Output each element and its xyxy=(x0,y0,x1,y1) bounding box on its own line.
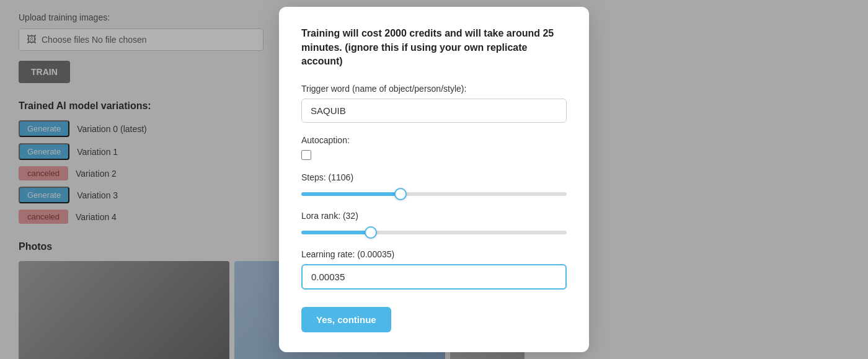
lora-rank-group: Lora rank: (32) xyxy=(301,211,567,237)
modal-header: Training will cost 2000 credits and will… xyxy=(301,27,567,68)
steps-label: Steps: (1106) xyxy=(301,172,567,182)
learning-rate-group: Learning rate: (0.00035) xyxy=(301,249,567,290)
autocaption-checkbox[interactable] xyxy=(301,150,311,160)
training-modal: Training will cost 2000 credits and will… xyxy=(279,7,589,352)
lora-rank-label: Lora rank: (32) xyxy=(301,211,567,221)
lora-rank-slider[interactable] xyxy=(301,231,567,234)
autocaption-label: Autocaption: xyxy=(301,135,567,145)
trigger-word-input[interactable] xyxy=(301,99,567,123)
steps-slider[interactable] xyxy=(301,192,567,196)
autocaption-checkbox-wrap xyxy=(301,150,567,160)
steps-group: Steps: (1106) xyxy=(301,172,567,198)
trigger-word-label: Trigger word (name of object/person/styl… xyxy=(301,84,567,94)
autocaption-group: Autocaption: xyxy=(301,135,567,160)
trigger-word-group: Trigger word (name of object/person/styl… xyxy=(301,84,567,123)
learning-rate-input[interactable] xyxy=(301,264,567,290)
learning-rate-label: Learning rate: (0.00035) xyxy=(301,249,567,259)
continue-button[interactable]: Yes, continue xyxy=(301,307,391,332)
modal-overlay: Training will cost 2000 credits and will… xyxy=(0,0,868,359)
